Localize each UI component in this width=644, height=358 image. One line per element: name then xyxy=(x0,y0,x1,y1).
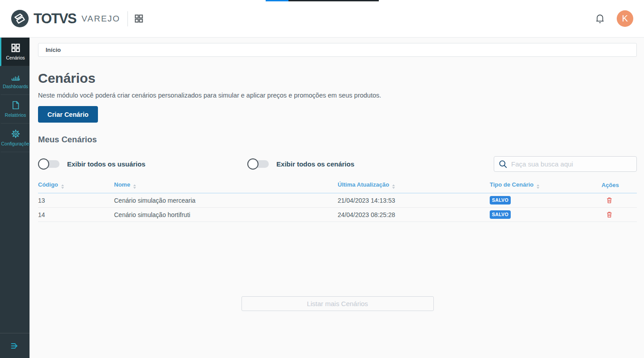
topbar-divider xyxy=(127,11,128,26)
delete-trash-icon[interactable] xyxy=(605,210,614,219)
toggle-label: Exibir todos os cenários xyxy=(276,160,354,168)
sidebar-item-cenarios[interactable]: Cenários xyxy=(0,38,30,66)
sidebar-item-label: Dashboards xyxy=(3,84,28,89)
column-header-codigo[interactable]: Código xyxy=(38,179,114,193)
gear-icon xyxy=(11,129,21,139)
totvs-logo-icon xyxy=(11,9,29,28)
sidebar-item-relatorios[interactable]: Relatórios xyxy=(0,95,30,124)
load-more-button[interactable]: Listar mais Cenários xyxy=(242,296,434,311)
sidebar-item-dashboards[interactable]: Dashboards xyxy=(0,66,30,95)
column-header-acoes: Ações xyxy=(602,179,637,193)
toggle-switch xyxy=(38,160,59,168)
table-row[interactable]: 13 Cenário simulação mercearia 21/04/202… xyxy=(38,193,637,208)
document-icon xyxy=(11,100,21,110)
grid-icon xyxy=(11,43,21,53)
cell-tipo: SALVO xyxy=(490,208,602,222)
sort-icon xyxy=(537,184,539,189)
main-content: Início Cenários Neste módulo você poderá… xyxy=(30,38,644,358)
apps-grid-icon[interactable] xyxy=(134,14,144,23)
table-header-row: Código Nome Última Atualização Tipo de C… xyxy=(38,179,637,193)
toggle-switch xyxy=(247,160,269,168)
toggle-knob xyxy=(247,158,258,170)
search-icon xyxy=(499,160,507,168)
brand-name: TOTVS xyxy=(34,11,76,27)
sort-icon xyxy=(61,184,64,189)
delete-trash-icon[interactable] xyxy=(605,196,614,205)
brand-product: VAREJO xyxy=(81,14,120,24)
cell-nome: Cenário simulação hortifruti xyxy=(114,208,338,222)
column-header-tipo-de-cenario[interactable]: Tipo de Cenário xyxy=(490,179,602,193)
sort-icon xyxy=(133,184,136,189)
top-bar: TOTVS VAREJO K xyxy=(0,0,644,38)
column-header-ultima-atualizacao[interactable]: Última Atualização xyxy=(338,179,490,193)
sidebar-collapse-icon[interactable] xyxy=(10,341,20,351)
toggle-knob xyxy=(38,158,49,170)
sidebar-footer xyxy=(0,333,30,358)
bar-chart-icon xyxy=(11,72,21,81)
user-avatar[interactable]: K xyxy=(617,10,633,27)
status-badge: SALVO xyxy=(490,210,511,219)
cell-ultima-atualizacao: 24/04/2023 08:25:28 xyxy=(338,208,490,222)
page-title: Cenários xyxy=(38,71,637,86)
status-badge: SALVO xyxy=(490,196,511,205)
table-row[interactable]: 14 Cenário simulação hortifruti 24/04/20… xyxy=(38,208,637,222)
sidebar-item-label: Configurações xyxy=(1,141,30,146)
sort-icon xyxy=(392,184,395,189)
toggle-all-scenarios[interactable]: Exibir todos os cenários xyxy=(247,160,354,168)
sidebar-item-configuracoes[interactable]: Configurações xyxy=(0,124,30,152)
cell-codigo: 13 xyxy=(38,193,114,208)
sidebar: Cenários Dashboards Relatórios Configura… xyxy=(0,38,30,358)
section-title: Meus Cenários xyxy=(38,135,637,145)
scenarios-table: Código Nome Última Atualização Tipo de C… xyxy=(38,179,637,222)
breadcrumb-item-inicio[interactable]: Início xyxy=(46,47,61,53)
search-input[interactable] xyxy=(511,160,632,168)
cell-nome: Cenário simulação mercearia xyxy=(114,193,338,208)
sidebar-item-label: Relatórios xyxy=(5,112,26,118)
search-box xyxy=(494,156,637,172)
brand: TOTVS VAREJO xyxy=(11,9,120,28)
cell-acoes xyxy=(602,208,637,222)
notifications-bell-icon[interactable] xyxy=(595,13,605,24)
breadcrumb: Início xyxy=(38,43,637,57)
filters-row: Exibir todos os usuários Exibir todos os… xyxy=(38,156,637,172)
cell-tipo: SALVO xyxy=(490,193,602,208)
cell-acoes xyxy=(602,193,637,208)
toggle-label: Exibir todos os usuários xyxy=(67,160,145,168)
cell-ultima-atualizacao: 21/04/2023 14:13:53 xyxy=(338,193,490,208)
toggle-all-users[interactable]: Exibir todos os usuários xyxy=(38,160,145,168)
page-description: Neste módulo você poderá criar cenários … xyxy=(38,92,637,99)
create-scenario-button[interactable]: Criar Cenário xyxy=(38,106,98,123)
sidebar-item-label: Cenários xyxy=(6,55,25,60)
cell-codigo: 14 xyxy=(38,208,114,222)
column-header-nome[interactable]: Nome xyxy=(114,179,338,193)
